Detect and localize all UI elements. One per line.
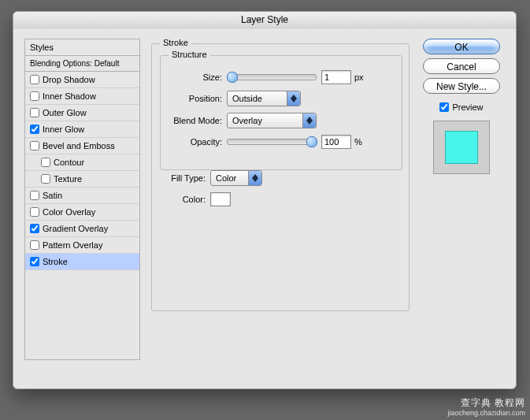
opacity-label: Opacity:: [169, 137, 227, 147]
sidebar-item-checkbox[interactable]: [30, 108, 39, 117]
sidebar-item-pattern-overlay[interactable]: Pattern Overlay: [25, 237, 139, 254]
opacity-unit: %: [354, 137, 362, 147]
position-value: Outside: [232, 94, 282, 103]
layer-style-dialog: Layer Style Styles Blending Options: Def…: [13, 11, 517, 389]
preview-swatch: [445, 131, 478, 164]
sidebar-item-contour[interactable]: Contour: [25, 154, 139, 171]
sidebar-filler: [25, 270, 139, 359]
button-column: OK Cancel New Style... Preview: [418, 39, 505, 377]
size-label: Size:: [169, 72, 227, 82]
sidebar-header[interactable]: Styles: [25, 39, 139, 56]
preview-well: [433, 121, 490, 174]
sidebar-item-texture[interactable]: Texture: [25, 171, 139, 188]
sidebar-item-checkbox[interactable]: [30, 141, 39, 151]
sidebar-item-label: Inner Glow: [43, 125, 84, 134]
sidebar-item-inner-glow[interactable]: Inner Glow: [25, 121, 139, 138]
sidebar-item-label: Stroke: [43, 257, 68, 266]
sidebar-item-stroke[interactable]: Stroke: [25, 254, 139, 270]
styles-sidebar: Styles Blending Options: Default Drop Sh…: [24, 39, 140, 360]
structure-legend: Structure: [169, 50, 210, 59]
size-slider-thumb[interactable]: [227, 72, 238, 83]
sidebar-item-checkbox[interactable]: [30, 91, 39, 101]
position-select[interactable]: Outside: [227, 91, 301, 106]
color-label: Color:: [161, 195, 210, 204]
sidebar-item-label: Inner Shadow: [43, 91, 96, 101]
sidebar-item-color-overlay[interactable]: Color Overlay: [25, 204, 139, 221]
preview-checkbox[interactable]: [439, 102, 449, 112]
sidebar-item-inner-shadow[interactable]: Inner Shadow: [25, 88, 139, 105]
sidebar-item-label: Pattern Overlay: [43, 240, 102, 250]
sidebar-item-label: Satin: [43, 191, 62, 200]
sidebar-item-label: Gradient Overlay: [43, 224, 108, 233]
sidebar-item-outer-glow[interactable]: Outer Glow: [25, 105, 139, 121]
svg-marker-1: [291, 98, 297, 102]
filltype-label: Fill Type:: [161, 173, 210, 183]
sidebar-item-checkbox[interactable]: [41, 174, 50, 184]
sidebar-item-label: Drop Shadow: [43, 75, 95, 84]
sidebar-item-checkbox[interactable]: [30, 207, 39, 217]
opacity-slider[interactable]: [227, 139, 317, 145]
stroke-group: Stroke Structure Size: px Position:: [151, 43, 410, 311]
cancel-button[interactable]: Cancel: [423, 58, 500, 74]
sidebar-item-checkbox[interactable]: [41, 158, 50, 167]
chevron-updown-icon: [287, 91, 300, 106]
sidebar-item-label: Contour: [54, 158, 84, 167]
filltype-value: Color: [216, 173, 243, 183]
settings-panel: Stroke Structure Size: px Position:: [151, 39, 407, 377]
sidebar-item-gradient-overlay[interactable]: Gradient Overlay: [25, 221, 139, 237]
sidebar-item-label: Texture: [54, 174, 82, 184]
sidebar-item-checkbox[interactable]: [30, 191, 39, 200]
position-label: Position:: [169, 94, 227, 103]
chevron-updown-icon: [248, 171, 261, 185]
size-input[interactable]: [321, 70, 351, 84]
ok-button[interactable]: OK: [423, 39, 500, 54]
opacity-input[interactable]: [321, 135, 351, 149]
sidebar-item-bevel-and-emboss[interactable]: Bevel and Emboss: [25, 138, 139, 154]
sidebar-item-satin[interactable]: Satin: [25, 188, 139, 204]
new-style-button[interactable]: New Style...: [423, 78, 500, 94]
svg-marker-3: [306, 121, 313, 125]
svg-marker-5: [252, 178, 258, 182]
filltype-select[interactable]: Color: [210, 170, 262, 186]
preview-label: Preview: [452, 102, 483, 112]
blendmode-label: Blend Mode:: [169, 116, 227, 125]
sidebar-item-label: Outer Glow: [43, 108, 87, 117]
blendmode-value: Overlay: [232, 116, 298, 125]
sidebar-item-checkbox[interactable]: [30, 125, 39, 134]
watermark: 查字典 教程网 jiaocheng.chazidian.com: [447, 398, 525, 418]
opacity-slider-thumb[interactable]: [306, 136, 317, 147]
sidebar-item-checkbox[interactable]: [30, 75, 39, 84]
sidebar-item-checkbox[interactable]: [30, 240, 39, 250]
preview-toggle[interactable]: Preview: [439, 102, 483, 112]
color-swatch[interactable]: [210, 192, 231, 206]
stroke-legend: Stroke: [160, 38, 191, 47]
dialog-title: Layer Style: [13, 12, 516, 28]
sidebar-item-label: Color Overlay: [43, 207, 95, 217]
size-slider[interactable]: [227, 74, 317, 80]
blending-options-item[interactable]: Blending Options: Default: [25, 56, 139, 72]
sidebar-item-checkbox[interactable]: [30, 224, 39, 233]
size-unit: px: [354, 72, 364, 82]
blendmode-select[interactable]: Overlay: [227, 113, 317, 128]
sidebar-item-drop-shadow[interactable]: Drop Shadow: [25, 72, 139, 88]
chevron-updown-icon: [302, 113, 316, 128]
sidebar-item-label: Bevel and Emboss: [43, 141, 115, 151]
structure-group: Structure Size: px Position: Outside: [160, 55, 402, 170]
sidebar-item-checkbox[interactable]: [30, 257, 39, 266]
